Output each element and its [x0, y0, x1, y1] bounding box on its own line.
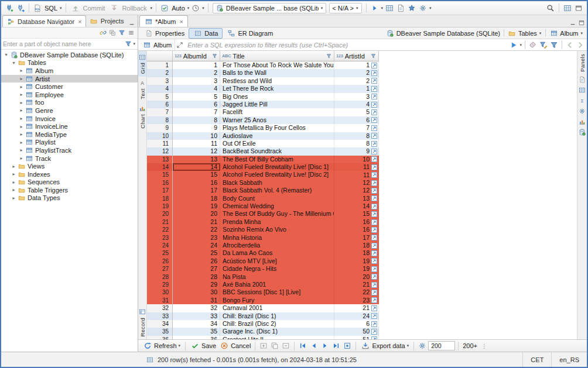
table-row[interactable]: 2323Minha Historia17: [147, 234, 577, 242]
expand-filter-icon[interactable]: [175, 40, 184, 49]
cell-albumid[interactable]: 5: [173, 93, 220, 101]
table-row[interactable]: 22Balls to the Wall2: [147, 69, 577, 77]
cell-title[interactable]: Carnaval 2001: [220, 304, 334, 312]
fk-link-icon[interactable]: [371, 227, 377, 233]
chevron-down-icon[interactable]: ▾: [11, 60, 16, 66]
fk-link-icon[interactable]: [371, 313, 377, 319]
cell-title[interactable]: The Best Of Buddy Guy - The Millenium Co…: [220, 210, 334, 218]
filters-menu-icon[interactable]: [549, 40, 559, 50]
cell-artistid[interactable]: 19: [334, 257, 379, 265]
row-number[interactable]: 31: [147, 297, 173, 304]
row-number[interactable]: 16: [147, 179, 173, 187]
fk-link-icon[interactable]: [371, 141, 377, 147]
chevron-right-icon[interactable]: ▸: [19, 132, 24, 137]
chevron-right-icon[interactable]: ▸: [19, 100, 24, 105]
row-number[interactable]: 25: [147, 249, 173, 257]
cell-albumid[interactable]: 28: [173, 273, 220, 281]
cell-albumid[interactable]: 8: [173, 116, 220, 124]
cell-artistid[interactable]: 7: [334, 124, 379, 132]
table-row[interactable]: 2626Acústico MTV [Live]19: [147, 257, 577, 265]
toolbar-overflow-icon[interactable]: ⋮: [479, 341, 490, 351]
chevron-right-icon[interactable]: ▸: [11, 195, 16, 201]
cell-artistid[interactable]: 18: [334, 249, 379, 257]
filter-dropdown-icon[interactable]: ▾: [133, 42, 135, 46]
table-row[interactable]: 1313The Best Of Billy Cobham10: [147, 156, 577, 163]
datasource-combo[interactable]: DBeaver Sample ... base (SQLite) ▾: [213, 3, 327, 13]
row-number[interactable]: 21: [147, 218, 173, 226]
fk-link-icon[interactable]: [371, 102, 377, 108]
cell-artistid[interactable]: 19: [334, 265, 379, 273]
table-row[interactable]: 1010Audioslave8: [147, 132, 577, 140]
row-number[interactable]: 19: [147, 202, 173, 210]
tree-item-table-triggers[interactable]: ▸Table Triggers: [1, 186, 138, 194]
cell-artistid[interactable]: 20: [334, 273, 379, 281]
chevron-right-icon[interactable]: ▸: [11, 180, 16, 185]
fk-link-icon[interactable]: [371, 297, 377, 303]
fk-link-icon[interactable]: [371, 63, 377, 68]
chevron-right-icon[interactable]: ▸: [19, 84, 24, 90]
tab-database-navigator[interactable]: Database Navigator ×: [2, 15, 86, 27]
fk-link-icon[interactable]: [371, 149, 377, 154]
row-number[interactable]: 7: [147, 108, 173, 116]
tree-item-data-types[interactable]: ▸Data Types: [1, 194, 138, 202]
object-filter-input[interactable]: [3, 40, 124, 47]
chevron-right-icon[interactable]: ▸: [19, 116, 24, 121]
transaction-mode-dropdown-icon[interactable]: ▾: [187, 6, 190, 11]
apply-filter-icon[interactable]: [508, 40, 519, 50]
cell-artistid[interactable]: 2: [334, 77, 379, 85]
cell-title[interactable]: Black Sabbath Vol. 4 (Remaster): [220, 187, 334, 194]
row-number[interactable]: 2: [147, 69, 173, 77]
cell-artistid[interactable]: 21: [334, 304, 379, 312]
cell-albumid[interactable]: 26: [173, 257, 220, 265]
row-number[interactable]: 8: [147, 116, 173, 124]
cell-albumid[interactable]: 31: [173, 297, 220, 304]
bookmark-star-icon[interactable]: [406, 3, 417, 13]
presentation-tab-chart[interactable]: Chart: [138, 102, 146, 132]
table-row[interactable]: 1818Body Count13: [147, 195, 577, 202]
tree-item-customer[interactable]: ▸Customer: [1, 82, 138, 91]
chevron-right-icon[interactable]: ▸: [19, 76, 24, 81]
row-number[interactable]: 18: [147, 195, 173, 202]
clear-filter-icon[interactable]: [528, 40, 538, 50]
table-row[interactable]: 3131Bongo Fury23: [147, 297, 577, 304]
maximize-icon[interactable]: [577, 18, 586, 27]
table-row[interactable]: 1717Black Sabbath Vol. 4 (Remaster)12: [147, 187, 577, 194]
table-row[interactable]: 3535Garage Inc. (Disc 1)50: [147, 328, 577, 335]
row-number[interactable]: 17: [147, 187, 173, 194]
chevron-right-icon[interactable]: ▸: [19, 156, 24, 161]
chevron-right-icon[interactable]: ▸: [19, 140, 24, 145]
table-row[interactable]: 2121Prenda Minha16: [147, 218, 577, 226]
cell-albumid[interactable]: 6: [173, 101, 220, 108]
fk-link-icon[interactable]: [371, 329, 377, 335]
cancel-button[interactable]: Cancel: [218, 341, 252, 351]
cell-albumid[interactable]: 34: [173, 320, 220, 328]
cell-albumid[interactable]: 13: [173, 156, 220, 163]
filter-history-dropdown-icon[interactable]: ▾: [519, 43, 522, 47]
goto-dropdown-icon[interactable]: ▾: [381, 6, 384, 11]
custom-filter-icon[interactable]: [538, 40, 549, 50]
cell-artistid[interactable]: 11: [334, 163, 379, 171]
table-row[interactable]: 3434Chill: Brazil (Disc 2)6: [147, 320, 577, 328]
cell-title[interactable]: For Those About To Rock We Salute You: [220, 61, 334, 69]
cell-albumid[interactable]: 7: [173, 108, 220, 116]
cell-title[interactable]: Warner 25 Anos: [220, 116, 334, 124]
tree-item-views[interactable]: ▸Views: [1, 162, 138, 170]
row-number[interactable]: 27: [147, 265, 173, 273]
chevron-right-icon[interactable]: ▸: [11, 171, 16, 177]
cell-albumid[interactable]: 23: [173, 234, 220, 242]
cell-artistid[interactable]: 9: [334, 147, 379, 155]
cell-title[interactable]: Restless and Wild: [220, 77, 334, 85]
cell-artistid[interactable]: 6: [334, 320, 379, 328]
transaction-mode-label[interactable]: Auto: [172, 5, 185, 12]
output-icon[interactable]: [395, 3, 406, 13]
cell-title[interactable]: Minha Historia: [220, 234, 334, 242]
cell-title[interactable]: Jagged Little Pill: [220, 101, 334, 108]
fk-link-icon[interactable]: [371, 219, 377, 225]
window-layout-icon[interactable]: [573, 3, 584, 13]
transaction-dropdown-icon[interactable]: ▾: [151, 6, 153, 11]
table-row[interactable]: 1111Out Of Exile8: [147, 140, 577, 147]
cell-artistid[interactable]: 23: [334, 297, 379, 304]
fk-link-icon[interactable]: [371, 133, 377, 139]
fk-link-icon[interactable]: [371, 305, 377, 311]
cell-title[interactable]: Out Of Exile: [220, 140, 334, 147]
